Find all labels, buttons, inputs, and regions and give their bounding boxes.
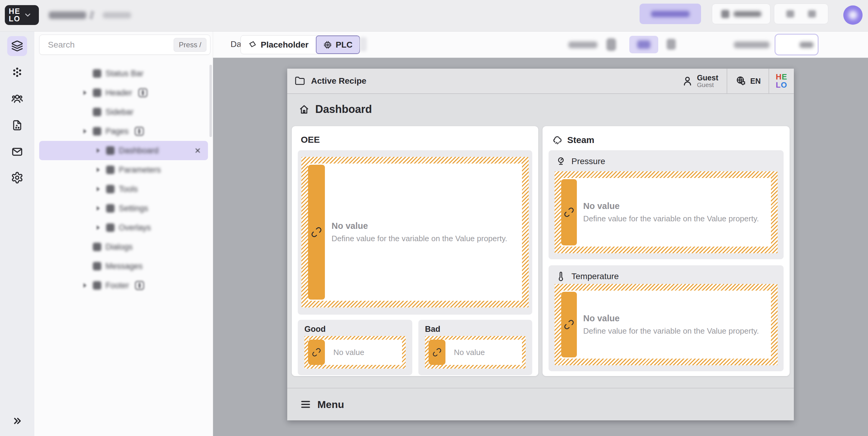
breadcrumb-separator bbox=[89, 10, 95, 20]
temperature-widget-unbound[interactable]: No value Define value for the variable o… bbox=[555, 284, 778, 365]
page-icon bbox=[106, 204, 115, 212]
top-bar: HE LO bbox=[0, 0, 868, 32]
chevron-right-icon[interactable] bbox=[82, 128, 89, 135]
header-icon bbox=[93, 89, 101, 97]
statusbar-icon bbox=[93, 69, 101, 78]
pressure-widget-unbound[interactable]: No value Define value for the variable o… bbox=[555, 171, 778, 253]
hmi-language-button[interactable]: EN bbox=[727, 69, 769, 93]
asset-file-icon bbox=[11, 119, 23, 131]
pages-icon bbox=[93, 127, 101, 135]
undo-icon[interactable] bbox=[786, 10, 794, 18]
good-value-widget-unbound[interactable]: No value bbox=[304, 336, 406, 369]
no-value-message: No value Define value for the variable o… bbox=[583, 201, 759, 224]
vector-shape-icon bbox=[248, 40, 257, 49]
tree-item-sidebar[interactable]: Sidebar bbox=[39, 102, 208, 122]
chevron-right-icon[interactable] bbox=[95, 166, 102, 173]
bad-panel: Bad No value bbox=[418, 320, 532, 375]
count-badge bbox=[138, 88, 147, 97]
rail-item-layers[interactable] bbox=[7, 36, 27, 56]
view-mode-button[interactable] bbox=[667, 39, 676, 50]
spacer bbox=[82, 263, 89, 270]
tree-item-parameters[interactable]: Parameters bbox=[39, 160, 208, 179]
chevron-right-icon[interactable] bbox=[82, 89, 89, 96]
active-recipe[interactable]: Active Recipe bbox=[287, 76, 367, 86]
folder-icon bbox=[295, 76, 305, 86]
chevron-right-icon[interactable] bbox=[95, 205, 102, 212]
chevron-right-icon[interactable] bbox=[95, 224, 102, 231]
rail-item-components[interactable] bbox=[7, 62, 27, 82]
hmi-canvas: Active Recipe Guest Guest EN bbox=[287, 69, 794, 420]
unbound-marker-bar bbox=[308, 165, 325, 300]
chevron-right-icon[interactable] bbox=[95, 147, 102, 154]
active-recipe-label: Active Recipe bbox=[311, 76, 367, 86]
tree-item-footer[interactable]: Footer bbox=[39, 276, 208, 295]
oee-card[interactable]: OEE No value Define value for the variab… bbox=[292, 126, 538, 376]
tree-item-settings[interactable]: Settings bbox=[39, 199, 208, 218]
chevron-right-icon[interactable] bbox=[95, 186, 102, 193]
oee-card-title: OEE bbox=[301, 135, 320, 145]
chevron-right-icon[interactable] bbox=[82, 282, 89, 289]
test-mode-toggle[interactable] bbox=[775, 34, 818, 56]
unlink-icon bbox=[433, 348, 441, 357]
toolbar-divider-pill bbox=[360, 37, 367, 52]
app-window: HE LO bbox=[0, 0, 868, 436]
unbound-marker-bar bbox=[429, 340, 445, 365]
tree-item-messages[interactable]: Messages bbox=[39, 257, 208, 276]
segment-placeholder[interactable]: Placeholder bbox=[241, 36, 316, 54]
redacted-device-label bbox=[568, 41, 597, 48]
rail-item-messages[interactable] bbox=[7, 142, 27, 162]
rail-item-users[interactable] bbox=[7, 89, 27, 109]
save-project-button[interactable] bbox=[640, 4, 701, 24]
bad-value-widget-unbound[interactable]: No value bbox=[425, 336, 526, 369]
tree-item-overlays[interactable]: Overlays bbox=[39, 218, 208, 237]
cpu-chip-icon bbox=[323, 40, 332, 49]
gear-icon bbox=[11, 171, 24, 184]
scrollbar-thumb[interactable] bbox=[210, 65, 212, 137]
preview-button[interactable] bbox=[712, 4, 770, 24]
rail-item-assets[interactable] bbox=[7, 115, 27, 135]
redacted-project-name[interactable] bbox=[49, 11, 86, 19]
redacted-test-mode-label bbox=[734, 41, 770, 48]
tree-item-pages[interactable]: Pages bbox=[39, 122, 208, 141]
home-icon bbox=[299, 104, 310, 115]
statusbar-right: Guest Guest EN HE LO bbox=[673, 69, 794, 93]
steam-cloud-icon bbox=[552, 135, 562, 145]
page-icon bbox=[106, 166, 115, 174]
dashboard-icon bbox=[106, 146, 115, 155]
canvas-toolbar-right bbox=[567, 32, 868, 58]
tree-item-dashboard-selected[interactable]: Dashboard bbox=[39, 141, 208, 160]
tree-item-status-bar[interactable]: Status Bar bbox=[39, 64, 208, 83]
redacted-button-label bbox=[734, 11, 761, 17]
theme-bulb-icon[interactable] bbox=[607, 38, 616, 51]
dialogs-icon bbox=[93, 243, 101, 251]
search-box: Press / bbox=[39, 35, 210, 55]
undo-redo-group bbox=[774, 4, 828, 24]
layers-tree-panel: Press / Status Bar Header Sidebar bbox=[34, 32, 213, 436]
steam-card[interactable]: Steam Pressure No value Define v bbox=[542, 126, 789, 376]
oee-gauge-widget-unbound[interactable]: No value Define value for the variable o… bbox=[301, 157, 529, 307]
helio-brand-logo: HE LO bbox=[769, 69, 794, 93]
chevrons-right-icon bbox=[11, 415, 23, 427]
redo-icon[interactable] bbox=[808, 10, 816, 18]
segment-plc[interactable]: PLC bbox=[316, 36, 360, 54]
count-badge bbox=[135, 281, 144, 290]
data-source-segmented-control: Placeholder PLC bbox=[241, 35, 360, 54]
close-icon[interactable] bbox=[194, 147, 201, 154]
page-icon bbox=[106, 224, 115, 232]
canvas-toolbar: Data Placeholder PLC bbox=[213, 32, 868, 58]
thermometer-icon bbox=[556, 271, 566, 281]
search-input[interactable] bbox=[48, 40, 174, 50]
tree-item-tools[interactable]: Tools bbox=[39, 179, 208, 199]
app-logo-menu[interactable]: HE LO bbox=[5, 5, 39, 25]
hmi-menu-button[interactable]: Menu bbox=[287, 388, 794, 420]
hmi-status-bar: Active Recipe Guest Guest EN bbox=[287, 69, 794, 94]
users-group-icon bbox=[11, 93, 24, 105]
redacted-project-status bbox=[103, 12, 131, 19]
rail-item-settings[interactable] bbox=[7, 168, 27, 188]
tree-item-dialogs[interactable]: Dialogs bbox=[39, 237, 208, 257]
hmi-user-button[interactable]: Guest Guest bbox=[673, 69, 727, 93]
view-mode-button-active[interactable] bbox=[629, 36, 658, 53]
expand-panel-button[interactable] bbox=[7, 412, 27, 430]
tree-item-header[interactable]: Header bbox=[39, 83, 208, 102]
user-avatar[interactable] bbox=[843, 5, 863, 25]
